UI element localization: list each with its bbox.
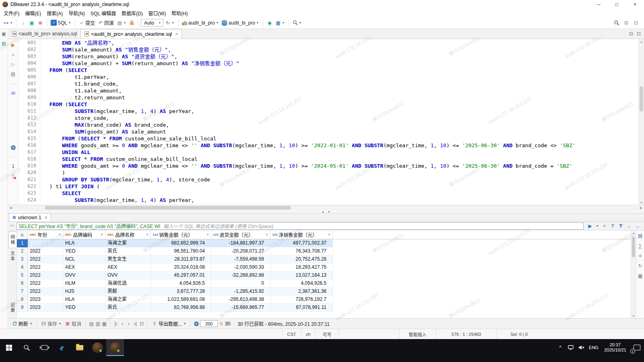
next-row-icon[interactable]: ›: [126, 321, 132, 327]
filter-caret-icon[interactable]: ▼: [100, 233, 103, 237]
last-row-icon[interactable]: ›|: [132, 321, 138, 327]
file-explorer-button[interactable]: [71, 339, 89, 356]
grid-cell[interactable]: 2023: [28, 296, 63, 304]
scroll-up-icon[interactable]: ▲: [631, 230, 636, 235]
taskbar-clock[interactable]: 20:37 2025/10/21: [601, 342, 630, 353]
grid-cell[interactable]: -1,285,415.92: [211, 288, 270, 296]
auto-refresh-dropdown[interactable]: ↻ ▾: [164, 19, 176, 27]
grid-cell[interactable]: 海澜优选: [105, 280, 151, 288]
presentation-dropdown[interactable]: ▦ ▾: [274, 19, 286, 27]
grid-cell[interactable]: 4,054,926.5: [151, 280, 211, 288]
export-data-button[interactable]: ⇧ 导出数据... ▾: [151, 320, 188, 327]
grid-cell[interactable]: 海澜之家: [105, 239, 151, 247]
column-header-0[interactable]: ABC年份▼: [28, 230, 63, 239]
row-number[interactable]: 5: [17, 272, 28, 280]
value-panel-icon[interactable]: ▤: [638, 232, 643, 239]
row-number[interactable]: 3: [17, 255, 28, 263]
column-header-5[interactable]: 123净销售金额（元）▼: [270, 230, 333, 239]
scroll-down-icon[interactable]: ▼: [631, 313, 636, 318]
menu-window[interactable]: 窗口(W): [146, 9, 169, 17]
code-line[interactable]: 607 t1.brand_code,: [19, 80, 638, 87]
abort-button[interactable]: ⊗: [36, 19, 44, 27]
maximize-button[interactable]: □: [608, 0, 626, 9]
row-number[interactable]: 2: [17, 247, 28, 255]
save-button[interactable]: 保存 ▾: [40, 320, 63, 327]
row-number[interactable]: 8: [17, 296, 28, 304]
grid-cell[interactable]: 2022: [28, 247, 63, 255]
app-button-1[interactable]: [89, 339, 106, 356]
execute-statement-icon[interactable]: ▶: [10, 42, 16, 48]
grid-cell[interactable]: 2022: [28, 239, 63, 247]
grid-cell[interactable]: 76,343,708.77: [270, 247, 333, 255]
network-icon[interactable]: [566, 339, 576, 356]
explain-plan-icon[interactable]: ▷: [10, 61, 16, 68]
new-connection-button[interactable]: ⊶ ▾: [2, 19, 14, 27]
code-line[interactable]: 622 ) t1 LEFT JOIN (: [19, 183, 638, 190]
grid-cell[interactable]: -15,689,965.77: [211, 304, 270, 312]
menu-edit[interactable]: 编辑(E): [22, 9, 44, 17]
close-button[interactable]: ×: [626, 0, 644, 9]
restore-view-icon[interactable]: ▣: [1, 31, 7, 37]
scrollbar-thumb[interactable]: [640, 86, 643, 111]
insert-mode-indicator[interactable]: 智能插入: [399, 329, 436, 339]
grid-cell[interactable]: 20,324,018.08: [151, 263, 211, 272]
grid-cell[interactable]: 英氏: [105, 304, 151, 312]
grid-cell[interactable]: 18,293,427.75: [270, 263, 333, 272]
calc-panel-icon[interactable]: ∑: [638, 243, 643, 249]
grid-cell[interactable]: HJS: [63, 288, 105, 296]
chevron-down-icon[interactable]: ▾: [596, 223, 599, 229]
column-header-1[interactable]: ABC品牌编码▼: [63, 230, 105, 239]
rollback-button[interactable]: ↶ 回滚: [97, 19, 115, 27]
code-line[interactable]: 609 t2.return_amount: [19, 94, 638, 101]
editor-results-sash[interactable]: ▲ ▼: [8, 210, 644, 214]
grid-cell[interactable]: -295,613,498.38: [211, 296, 270, 304]
grid-cell[interactable]: HLA: [63, 239, 105, 247]
code-line[interactable]: 608 t1.sale_amount,: [19, 87, 638, 94]
tab-analysis-sql[interactable]: <audit_bi_pro> analysis.sql: [8, 29, 80, 39]
apply-filter-icon[interactable]: ▶: [587, 223, 593, 229]
filter-caret-icon[interactable]: ▼: [328, 233, 331, 237]
menu-database[interactable]: 数据库(D): [119, 9, 146, 17]
grid-cell[interactable]: -184,881,997.37: [211, 239, 270, 247]
first-row-icon[interactable]: |‹: [113, 321, 119, 327]
grid-cell[interactable]: 67,078,991.11: [270, 304, 333, 312]
editor-vertical-scrollbar[interactable]: ▲ ▼: [638, 39, 644, 205]
selection-indicator[interactable]: Sel: 0 | 0: [496, 329, 541, 339]
menu-help[interactable]: 帮助(H): [169, 9, 191, 17]
code-line[interactable]: 618 SELECT * FROM custom_online_sale_bil…: [19, 156, 638, 162]
grid-cell[interactable]: 2022: [28, 263, 63, 272]
grid-cell[interactable]: NCL: [63, 255, 105, 263]
grid-cell[interactable]: AEX: [63, 263, 105, 272]
filter-caret-icon[interactable]: ▼: [265, 233, 268, 237]
refresh-panel-icon[interactable]: ↻: [638, 263, 643, 269]
results-tab-unknown1[interactable]: ▦ unknown 1 ×: [9, 213, 51, 221]
code-line[interactable]: 611 SUBSTR(mgclear_time, 1, 4) AS perYea…: [19, 108, 638, 115]
output-icon[interactable]: ↧: [10, 163, 16, 170]
grid-cell[interactable]: -2,030,590.33: [211, 263, 270, 272]
mail-export-icon[interactable]: ✉: [10, 90, 16, 97]
code-line[interactable]: 612 store_code,: [19, 115, 638, 121]
code-line[interactable]: 614 SUM(goods_amt) AS sale_amount: [19, 128, 638, 135]
code-line[interactable]: 615 FROM (SELECT * FROM custom_online_sa…: [19, 135, 638, 142]
grid-cell[interactable]: 英氏: [105, 247, 151, 255]
grid-cell[interactable]: 2022: [28, 272, 63, 280]
internet-explorer-button[interactable]: e: [53, 339, 71, 356]
fetch-size-input[interactable]: 200: [200, 320, 218, 327]
grid-cell[interactable]: 1,022,589,691.08: [151, 296, 211, 304]
row-number[interactable]: 4: [17, 263, 28, 272]
sash-up-icon[interactable]: ▲: [322, 210, 324, 213]
sql-editor-dropdown[interactable]: ≡ SQL ▾: [50, 19, 72, 27]
code-line[interactable]: 617 UNION ALL: [19, 149, 638, 156]
search-icon[interactable]: [614, 20, 619, 26]
grid-cell[interactable]: 497,771,002.37: [270, 239, 333, 247]
maximize-view-icon[interactable]: ⊡: [636, 31, 642, 37]
grid-cell[interactable]: AEX: [105, 263, 151, 272]
start-button[interactable]: [0, 339, 18, 356]
code-line[interactable]: 605 FROM (SELECT: [19, 67, 638, 74]
column-header-3[interactable]: 123销售金额（元）▼: [151, 230, 211, 239]
grid-cell[interactable]: 82,768,956.88: [151, 304, 211, 312]
filter-caret-icon[interactable]: ▼: [58, 233, 61, 237]
log-file-icon[interactable]: ▯: [10, 173, 16, 179]
grid-cell[interactable]: 45,297,057.01: [151, 272, 211, 280]
autocommit-dropdown[interactable]: Auto ▾: [141, 19, 163, 27]
